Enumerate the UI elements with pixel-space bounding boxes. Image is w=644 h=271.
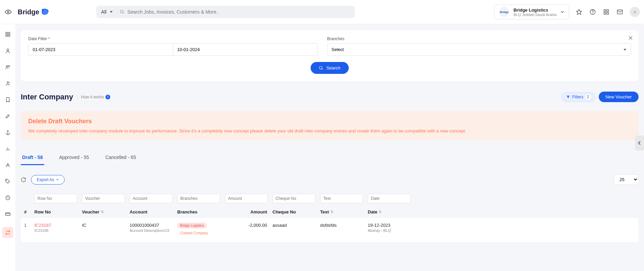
filter-voucher[interactable] <box>82 194 125 203</box>
col-amount[interactable]: Amount <box>225 209 273 214</box>
sidebar-group-icon[interactable] <box>4 80 11 87</box>
date-filter-label: Date Filter * <box>28 36 318 41</box>
col-voucher[interactable]: Voucher⇅ <box>82 209 130 214</box>
company-text: Bridge Logistics BLQ Jeddah,Saudi Arabia <box>513 7 557 17</box>
filter-date[interactable] <box>368 194 411 203</box>
top-bar: Bridge All Bridge Bridge Logistics BLQ J… <box>0 0 644 24</box>
branch-badge: Bridge Logistics <box>177 223 207 228</box>
svg-rect-11 <box>6 32 7 34</box>
sort-icon: ⇅ <box>330 210 333 214</box>
filter-text[interactable] <box>320 194 363 203</box>
tab-draft[interactable]: Draft - 58 <box>21 150 44 165</box>
search-input[interactable] <box>127 9 351 15</box>
refresh-icon[interactable] <box>21 177 26 182</box>
cell-idx: 1 <box>21 223 34 228</box>
app-logo[interactable]: Bridge <box>18 8 50 16</box>
sidebar-clock-icon[interactable] <box>4 194 11 201</box>
page-size-value[interactable]: 25 <box>614 174 639 185</box>
svg-point-28 <box>319 66 322 69</box>
filter-branches[interactable] <box>177 194 220 203</box>
cell-cheque: assaad <box>273 223 320 228</box>
search-button[interactable]: Search <box>311 62 348 74</box>
alert-banner: Delete Draft Vouchers We completely reva… <box>21 111 639 140</box>
col-idx[interactable]: # <box>21 209 34 214</box>
how-it-works-link[interactable]: How it works i <box>77 95 110 99</box>
filter-account[interactable] <box>130 194 172 203</box>
svg-rect-12 <box>8 32 10 34</box>
sidebar-card-icon[interactable] <box>4 211 11 218</box>
cell-voucher: IC <box>82 223 130 228</box>
svg-rect-9 <box>607 13 609 14</box>
close-icon[interactable]: ✕ <box>628 34 633 42</box>
search-icon <box>319 66 324 70</box>
date-to-input[interactable] <box>173 43 318 56</box>
col-text[interactable]: Text⇅ <box>320 209 368 214</box>
date-from-input[interactable] <box>28 43 173 56</box>
sidebar-user-icon[interactable] <box>4 47 11 54</box>
company-location: BLQ Jeddah,Saudi Arabia <box>513 13 557 17</box>
sort-icon: ⇅ <box>379 210 382 214</box>
branches-select[interactable]: Select <box>327 43 631 56</box>
col-account[interactable]: Account <box>130 209 177 214</box>
sidebar-font-icon[interactable] <box>4 162 11 169</box>
alert-title: Delete Draft Vouchers <box>28 118 631 125</box>
tabs: Draft - 58 Approved - 55 Cancelled - 65 <box>21 150 639 165</box>
new-voucher-button[interactable]: New Voucher <box>599 92 639 102</box>
col-row-no[interactable]: Row No <box>34 209 82 214</box>
company-selector[interactable]: Bridge Bridge Logistics BLQ Jeddah,Saudi… <box>494 4 569 19</box>
mail-icon[interactable] <box>616 8 624 16</box>
branches-label: Branches <box>327 36 631 41</box>
column-filter-row <box>21 192 639 205</box>
apps-grid-icon[interactable] <box>602 8 610 16</box>
filter-row-no[interactable] <box>34 194 77 203</box>
collapse-panel-button[interactable] <box>635 136 644 150</box>
main-content: ✕ Date Filter * Branches Select <box>15 24 644 271</box>
col-branches[interactable]: Branches <box>177 209 225 214</box>
svg-marker-3 <box>577 10 582 15</box>
user-avatar[interactable]: A <box>630 7 640 17</box>
svg-point-1 <box>120 10 123 13</box>
filter-cheque[interactable] <box>273 194 315 203</box>
sidebar-anchor-icon[interactable] <box>4 129 11 136</box>
sidebar-dashboard-icon[interactable] <box>4 31 11 38</box>
svg-point-16 <box>6 65 7 67</box>
sidebar-bookmark-icon[interactable] <box>4 96 11 103</box>
chevron-down-icon <box>56 179 59 180</box>
tab-approved[interactable]: Approved - 55 <box>58 150 90 165</box>
star-icon[interactable] <box>575 8 583 16</box>
svg-rect-7 <box>607 10 609 11</box>
sidebar-users-icon[interactable] <box>4 64 11 70</box>
cell-text: dsfdsfds <box>320 223 368 228</box>
cell-date: 19-12-2023 Akshay - BLQ <box>368 223 415 233</box>
sidebar-chart-icon[interactable] <box>4 145 11 152</box>
sidebar <box>0 24 15 271</box>
page-title: Inter Company <box>21 93 73 101</box>
filter-amount[interactable] <box>225 194 268 203</box>
global-search: All <box>96 6 355 18</box>
visibility-icon[interactable] <box>4 10 12 14</box>
svg-rect-13 <box>6 35 7 36</box>
export-button[interactable]: Export As <box>31 175 65 185</box>
table-row[interactable]: 1 IC23187 IC23186 IC 100001000437 Accoun… <box>21 218 639 242</box>
search-scope-value[interactable]: All <box>96 9 116 15</box>
company-mini-logo: Bridge <box>499 7 509 17</box>
col-cheque[interactable]: Cheque No <box>273 209 320 214</box>
col-date[interactable]: Date⇅ <box>368 209 415 214</box>
sidebar-tag-icon[interactable] <box>4 178 11 185</box>
svg-point-17 <box>8 65 10 67</box>
help-icon[interactable] <box>589 8 596 16</box>
cell-row-no: IC23187 IC23186 <box>34 223 82 233</box>
sidebar-intercompany-icon[interactable] <box>2 227 13 238</box>
info-icon: i <box>105 95 110 99</box>
search-scope-select[interactable]: All <box>96 9 116 15</box>
tab-cancelled[interactable]: Cancelled - 65 <box>104 150 137 165</box>
alert-body: We completely revamped inter-company mod… <box>28 128 631 133</box>
page-size-select[interactable]: 25 <box>614 174 639 185</box>
filter-icon <box>566 95 570 99</box>
chevron-down-icon <box>561 11 564 13</box>
filters-pill[interactable]: Filters 2 <box>562 92 595 102</box>
cell-account: 100001000437 Account Description123 <box>130 223 177 233</box>
svg-line-29 <box>322 68 323 69</box>
sidebar-edit-icon[interactable] <box>4 113 11 119</box>
search-icon <box>120 10 125 14</box>
